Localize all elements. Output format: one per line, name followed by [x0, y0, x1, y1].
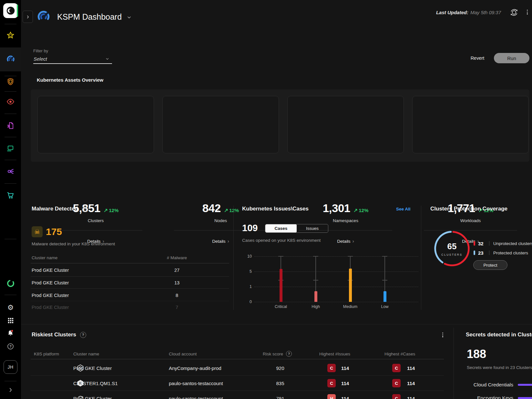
severity-badge: C	[392, 364, 401, 372]
stat-label: Namespaces	[288, 218, 404, 223]
sidebar-divider	[5, 295, 16, 295]
help-icon[interactable]: ?	[80, 332, 86, 338]
apps-grid-icon	[7, 317, 14, 324]
col-cluster-name: Cluster name	[73, 352, 99, 356]
export-report-icon	[6, 121, 15, 130]
avatar[interactable]: JH	[4, 360, 17, 374]
sidebar-item-reports[interactable]	[0, 121, 21, 130]
gauge-icon	[6, 55, 15, 64]
sidebar-item-help[interactable]: ?	[0, 343, 21, 351]
bar	[280, 269, 282, 302]
app-logo[interactable]	[3, 3, 18, 18]
sidebar-item-favorites[interactable]	[0, 31, 21, 40]
sidebar-item-marketplace[interactable]	[0, 191, 21, 200]
sidebar-item-kspm[interactable]	[0, 55, 21, 64]
severity-badge: C	[392, 394, 401, 399]
divider	[31, 301, 229, 301]
sidebar-item-workstations[interactable]	[0, 144, 21, 153]
sidebar-divider	[5, 160, 16, 160]
malware-kebab-menu[interactable]	[216, 205, 220, 213]
trend-up-icon: ↗	[224, 207, 228, 213]
last-updated-value: May 5th 09:37	[470, 10, 501, 15]
severity-badge: C	[327, 379, 336, 387]
legend-marker	[474, 241, 475, 246]
x-label: Medium	[343, 304, 357, 309]
gridline	[254, 302, 418, 302]
trend-up-icon: ↗	[353, 207, 358, 213]
secret-item-bar	[518, 384, 532, 386]
panel-divider	[454, 328, 454, 399]
run-button[interactable]: Run	[494, 53, 529, 63]
sidebar-item-visibility[interactable]	[0, 97, 21, 106]
kspm-title-icon	[36, 10, 51, 24]
protect-button[interactable]: Protect	[473, 260, 507, 270]
last-updated-label: Last Updated:	[436, 10, 468, 15]
panel-divider	[233, 206, 234, 310]
riskiest-row[interactable]: K CLUSTER1.QM1.S1 paulo-santos-testaccou…	[31, 376, 444, 391]
sidebar-item-apps[interactable]	[0, 317, 21, 324]
sidebar: ⚙ ?	[0, 0, 21, 399]
help-icon[interactable]: ?	[82, 206, 88, 212]
sidebar-divider	[5, 91, 16, 92]
stat-card-namespaces: 1,301 ↗12% Namespaces Details›	[287, 96, 404, 153]
divider	[31, 359, 444, 359]
secret-item-label[interactable]: Encryption Keys	[465, 395, 513, 399]
malware-row[interactable]: Prod GKE Cluster13	[32, 280, 229, 285]
y-tick: 5	[240, 269, 252, 274]
sidebar-item-connections[interactable]	[0, 167, 21, 176]
cases-issues-toggle: Cases Issues	[265, 224, 328, 233]
filter-select[interactable]: Select	[34, 56, 47, 62]
divider	[31, 288, 229, 289]
sidebar-item-shield[interactable]	[0, 77, 21, 86]
sidebar-item-settings[interactable]: ⚙	[0, 304, 21, 311]
help-icon: ?	[6, 343, 15, 351]
stat-label: Clusters	[38, 218, 154, 223]
bar	[349, 269, 352, 302]
chevron-down-icon[interactable]	[105, 57, 109, 61]
skull-icon: ☠	[34, 228, 40, 236]
column-cluster-name: Cluster name	[32, 255, 57, 260]
stat-label: Nodes	[163, 218, 279, 223]
sidebar-divider	[5, 137, 16, 137]
help-icon[interactable]: ?	[286, 351, 292, 357]
chevron-down-icon	[127, 15, 132, 20]
bar	[384, 291, 386, 302]
monitor-icon	[6, 144, 15, 153]
sidebar-item-status-ring[interactable]	[0, 279, 21, 288]
sidebar-expand-button[interactable]	[0, 387, 21, 393]
malware-subtitle: Malware detected in your K8S environment	[32, 241, 115, 246]
bell-icon	[6, 329, 15, 337]
riskiest-kebab-menu[interactable]	[441, 331, 445, 339]
logo-accent-bar	[17, 5, 18, 17]
revert-button[interactable]: Revert	[467, 53, 488, 63]
title-dropdown[interactable]	[127, 15, 132, 20]
malware-count-box: ☠	[32, 226, 43, 237]
x-label: Low	[381, 304, 389, 309]
malware-row[interactable]: Prod GKE Cluster27	[32, 268, 229, 273]
sidebar-item-notifications[interactable]	[0, 329, 21, 337]
chevron-right-icon: ›	[353, 238, 354, 244]
chevron-right-icon	[26, 15, 30, 19]
sidebar-divider	[5, 24, 16, 24]
sidebar-divider	[5, 114, 16, 114]
secret-item-label[interactable]: Cloud Credentials	[465, 382, 513, 388]
panel-expand-button[interactable]	[23, 11, 33, 23]
refresh-button[interactable]	[509, 8, 519, 17]
riskiest-row[interactable]: Prod GKE Cluster paulo-santos-testaccoun…	[31, 391, 444, 399]
header-kebab-menu[interactable]	[526, 8, 529, 16]
gridline	[254, 271, 418, 272]
see-all-link[interactable]: See All	[396, 207, 411, 211]
ring-icon	[6, 279, 15, 288]
malware-row[interactable]: Prod GKE Cluster8	[32, 293, 229, 298]
malware-row[interactable]: Prod GKE Cluster7	[32, 305, 229, 310]
stat-delta: 12%	[229, 208, 239, 213]
stat-card-clusters: 5,851 ↗12% Clusters Details›	[37, 96, 154, 153]
tab-cases[interactable]: Cases	[265, 224, 297, 232]
tab-issues[interactable]: Issues	[297, 224, 328, 232]
malware-panel-header: Malware Detected ?	[32, 206, 88, 212]
malware-table-header: Cluster name # Malware	[32, 255, 229, 260]
riskiest-row[interactable]: Prod GKE Cluster AnyCompany-audit-prod 9…	[31, 361, 444, 375]
bar	[314, 291, 317, 302]
riskiest-panel-header: Riskiest Clusters ?	[32, 332, 86, 338]
issues-cases-title: Kubernetes Issues\Cases	[242, 206, 309, 212]
